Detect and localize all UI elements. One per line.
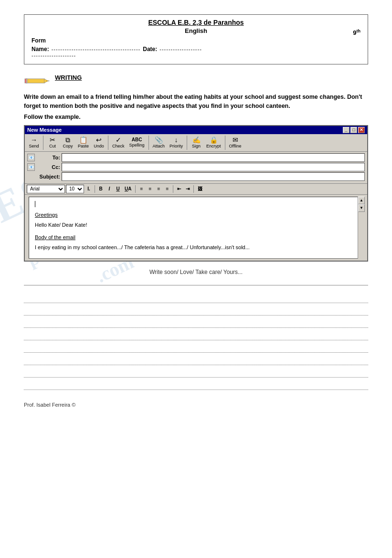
check-button[interactable]: ✓ Check <box>110 136 127 149</box>
underline-a-button[interactable]: UA <box>123 185 133 193</box>
writing-line-5 <box>24 342 368 353</box>
close-button[interactable]: ✕ <box>358 127 365 133</box>
writing-label: WRITING <box>55 74 82 81</box>
follow-example-text: Follow the example. <box>24 114 368 120</box>
writing-line-8 <box>24 379 368 390</box>
email-greeting: Greetings <box>35 211 357 220</box>
align-justify-button[interactable]: ≡ <box>163 185 171 193</box>
date-dashes: ------------------- <box>159 46 202 52</box>
cut-button[interactable]: ✂ Cut <box>45 136 60 149</box>
align-right-button[interactable]: ≡ <box>155 185 162 193</box>
undo-button[interactable]: ↩ Undo <box>92 136 106 149</box>
send-button[interactable]: → Send <box>27 136 41 149</box>
name-dashes: ---------------------------------------- <box>52 46 141 52</box>
encrypt-button[interactable]: 🔒 Encrypt <box>204 136 223 149</box>
priority-icon: ↓ <box>175 137 178 143</box>
format-separator-2 <box>135 185 136 193</box>
check-icon: ✓ <box>116 137 121 143</box>
cc-input[interactable] <box>62 163 365 171</box>
maximize-button[interactable]: □ <box>350 127 357 133</box>
teacher-credit: Prof. Isabel Ferreira © <box>24 402 75 408</box>
writing-line-6 <box>24 355 368 365</box>
align-left-button[interactable]: ≡ <box>138 185 145 193</box>
writing-lines <box>24 293 368 390</box>
format-separator-1 <box>95 185 95 193</box>
paste-icon: 📋 <box>79 137 87 143</box>
email-body-label: Body of the email <box>35 233 357 242</box>
svg-rect-3 <box>27 79 28 83</box>
email-main-toolbar: → Send ✂ Cut ⧉ Copy 📋 Paste ↩ Undo <box>25 134 367 152</box>
copy-button[interactable]: ⧉ Copy <box>61 136 75 149</box>
sign-icon: ✍ <box>192 137 201 143</box>
spelling-icon: ABC <box>132 137 142 142</box>
email-fields: 📧 To: 📧 Cc: 📧 Subject: <box>25 152 367 184</box>
priority-button[interactable]: ↓ Priority <box>168 136 185 149</box>
cursor-line <box>35 201 357 207</box>
scrollbar[interactable]: ▲ ▼ <box>358 197 365 259</box>
sign-button[interactable]: ✍ Sign <box>189 136 203 149</box>
to-field-icon[interactable]: 📧 <box>27 154 35 161</box>
cc-field-row: 📧 Cc: <box>27 163 365 171</box>
subject-field-row: 📧 Subject: <box>27 172 365 181</box>
school-name: ESCOLA E.B. 2,3 de Paranhos <box>32 19 360 26</box>
decrease-indent-button[interactable]: ⇤ <box>175 185 183 193</box>
writing-section-header: WRITING <box>24 74 368 87</box>
format-separator-3 <box>173 185 173 193</box>
toolbar-separator-1 <box>43 136 43 150</box>
subject-input[interactable] <box>62 172 365 181</box>
cc-field-icon[interactable]: 📧 <box>27 163 35 171</box>
increase-indent-button[interactable]: ⇥ <box>184 185 191 193</box>
section-divider <box>24 285 368 285</box>
italic-button[interactable]: I <box>106 185 113 193</box>
paste-button[interactable]: 📋 Paste <box>76 136 91 149</box>
bold-button[interactable]: B <box>97 185 105 193</box>
titlebar-buttons: _ □ ✕ <box>343 127 365 133</box>
to-label: To: <box>36 155 60 160</box>
header-box: ESCOLA E.B. 2,3 de Paranhos English 9th … <box>24 14 368 64</box>
email-body-container: Greetings Hello Kate/ Dear Kate! Body of… <box>27 197 365 259</box>
writing-line-7 <box>24 367 368 378</box>
align-center-button[interactable]: ≡ <box>146 185 154 193</box>
footer: Prof. Isabel Ferreira © <box>24 402 368 408</box>
encrypt-icon: 🔒 <box>210 137 218 143</box>
indent-button[interactable]: I. <box>85 185 93 193</box>
scroll-down-button[interactable]: ▼ <box>358 204 365 212</box>
size-select[interactable]: 10 <box>66 185 84 193</box>
email-body-text: I enjoy eating in my school canteen.../ … <box>35 243 357 252</box>
email-salutation: Hello Kate/ Dear Kate! <box>35 221 357 230</box>
text-cursor <box>35 201 35 207</box>
spelling-button[interactable]: ABC Spelling <box>127 137 147 148</box>
writing-label-block: WRITING <box>55 74 82 84</box>
email-body[interactable]: Greetings Hello Kate/ Dear Kate! Body of… <box>29 197 363 259</box>
email-window: New Message _ □ ✕ → Send ✂ Cut ⧉ Copy <box>24 125 368 262</box>
email-window-title: New Message <box>27 127 62 133</box>
subject-label: English <box>32 27 360 34</box>
form-label: Form <box>32 37 360 44</box>
minimize-button[interactable]: _ <box>343 127 350 133</box>
name-label: Name: <box>32 46 49 53</box>
writing-line-2 <box>24 305 368 316</box>
toolbar-separator-3 <box>148 136 149 150</box>
name-date-row: Name: ----------------------------------… <box>32 46 360 53</box>
pencil-icon <box>24 75 50 87</box>
scroll-up-button[interactable]: ▲ <box>358 197 365 204</box>
underline-button[interactable]: U <box>114 185 122 193</box>
font-select[interactable]: Arial <box>27 185 65 193</box>
cut-icon: ✂ <box>50 137 55 143</box>
offline-button[interactable]: ✉ Offline <box>227 136 244 149</box>
subject-label: Subject: <box>36 174 60 179</box>
attach-button[interactable]: 📎 Attach <box>151 136 167 149</box>
insert-image-button[interactable]: 🖼 <box>196 185 204 193</box>
copy-icon: ⧉ <box>65 137 70 143</box>
extra-dashes: -------------------- <box>32 53 360 58</box>
attach-icon: 📎 <box>155 137 163 143</box>
writing-line-1 <box>24 293 368 303</box>
writing-line-4 <box>24 330 368 340</box>
to-field-row: 📧 To: <box>27 153 365 162</box>
cc-label: Cc: <box>36 164 60 170</box>
closing-text: Write soon/ Love/ Take care/ Yours... <box>149 269 243 275</box>
svg-rect-0 <box>26 79 44 83</box>
to-input[interactable] <box>62 153 365 162</box>
writing-line-3 <box>24 317 368 328</box>
email-titlebar: New Message _ □ ✕ <box>25 126 367 134</box>
